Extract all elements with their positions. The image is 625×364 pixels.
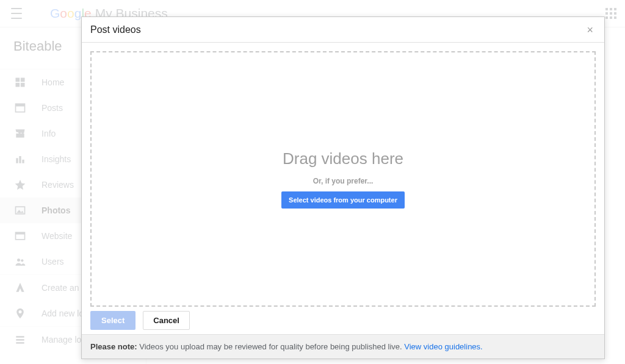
dropzone-subtext: Or, if you prefer... — [313, 177, 374, 185]
post-videos-dialog: Post videos × Drag videos here Or, if yo… — [81, 16, 605, 359]
cancel-button[interactable]: Cancel — [143, 311, 190, 330]
footnote-text: Videos you upload may be reviewed for qu… — [137, 342, 405, 351]
video-guidelines-link[interactable]: View video guidelines. — [404, 342, 482, 351]
close-icon[interactable]: × — [584, 23, 596, 37]
video-dropzone[interactable]: Drag videos here Or, if you prefer... Se… — [90, 51, 596, 307]
dialog-header: Post videos × — [82, 17, 604, 43]
select-button[interactable]: Select — [90, 311, 135, 330]
dropzone-headline: Drag videos here — [283, 149, 403, 168]
dialog-actions: Select Cancel — [82, 307, 604, 335]
footnote-lead: Please note: — [90, 342, 137, 351]
select-from-computer-button[interactable]: Select videos from your computer — [281, 191, 405, 209]
dialog-footnote: Please note: Videos you upload may be re… — [82, 335, 604, 359]
dialog-title: Post videos — [90, 24, 141, 35]
